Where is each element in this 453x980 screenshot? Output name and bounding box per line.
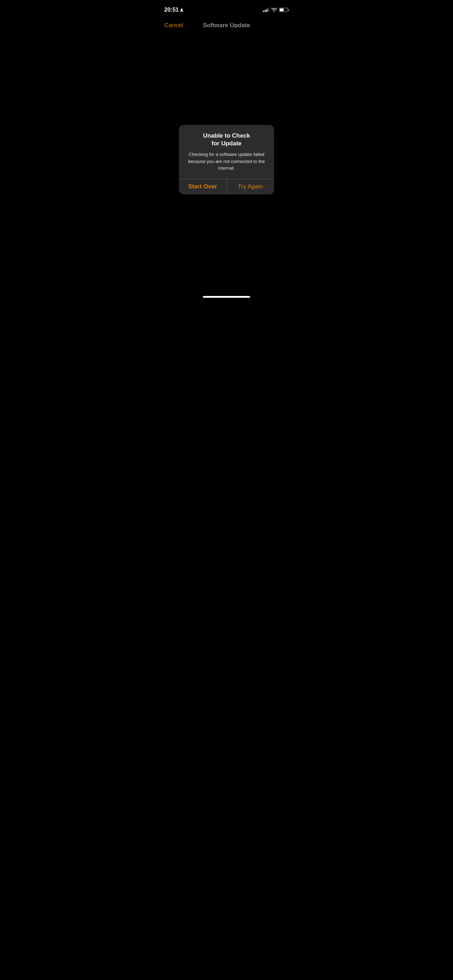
time-display: 20:51 [164,7,179,13]
start-over-button[interactable]: Start Over [179,179,227,194]
status-right [263,8,289,12]
battery-icon [279,8,289,12]
wifi-icon [271,8,277,12]
cancel-button[interactable]: Cancel [164,22,183,29]
page-title: Software Update [203,22,250,29]
alert-content: Unable to Checkfor Update Checking for a… [179,125,274,179]
signal-icon [263,8,269,12]
status-bar: 20:51 [157,0,296,18]
status-time: 20:51 [164,7,184,13]
try-again-button[interactable]: Try Again [227,179,274,194]
location-icon [180,8,183,12]
alert-message: Checking for a software update failed be… [184,151,269,172]
nav-bar: Cancel Software Update [157,18,296,33]
alert-dialog: Unable to Checkfor Update Checking for a… [179,125,274,194]
alert-title: Unable to Checkfor Update [184,132,269,148]
home-indicator [203,296,250,298]
alert-buttons: Start Over Try Again [179,179,274,194]
